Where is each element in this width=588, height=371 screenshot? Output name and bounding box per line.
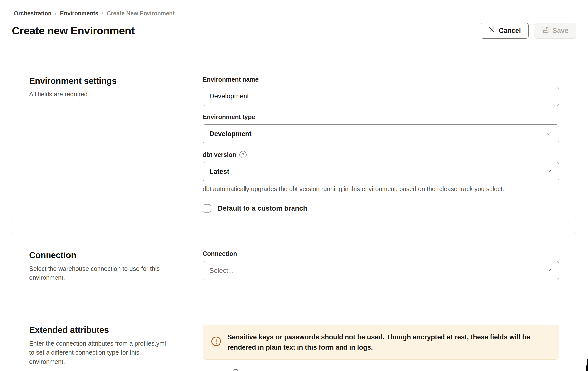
custom-branch-checkbox-row[interactable]: Default to a custom branch xyxy=(203,204,559,213)
header-actions: Cancel Save xyxy=(481,23,576,39)
extended-attributes-intro: Extended attributes Enter the connection… xyxy=(29,325,203,366)
environment-type-label: Environment type xyxy=(203,113,559,121)
alert-circle-icon xyxy=(211,336,221,348)
extended-attributes-heading: Extended attributes xyxy=(29,325,193,335)
environment-settings-intro: Environment settings All fields are requ… xyxy=(29,76,203,202)
cancel-button[interactable]: Cancel xyxy=(481,23,529,39)
dbt-version-helper-text: dbt automatically upgrades the dbt versi… xyxy=(203,186,559,193)
close-icon xyxy=(488,26,495,35)
save-button-label: Save xyxy=(553,27,568,35)
save-button[interactable]: Save xyxy=(534,23,576,39)
extended-attributes-subheading: Enter the connection attributes from a p… xyxy=(29,339,168,366)
environment-name-input[interactable] xyxy=(203,87,559,106)
sensitive-keys-warning: Sensitive keys or passwords should not b… xyxy=(203,325,559,360)
environment-settings-heading: Environment settings xyxy=(29,76,193,86)
connection-select[interactable]: Select... xyxy=(203,261,559,280)
breadcrumb-separator: / xyxy=(55,10,57,17)
chevron-down-icon xyxy=(546,267,552,275)
environment-type-value: Development xyxy=(209,130,252,138)
connection-row: Connection Select the warehouse connecti… xyxy=(29,250,559,288)
breadcrumb-item-orchestration[interactable]: Orchestration xyxy=(14,10,51,17)
dbt-version-group: dbt version ? Latest dbt automatically u… xyxy=(203,151,559,193)
breadcrumb-item-environments[interactable]: Environments xyxy=(60,10,98,17)
help-circle-icon[interactable]: ? xyxy=(239,151,247,158)
sensitive-keys-warning-text: Sensitive keys or passwords should not b… xyxy=(227,332,551,352)
connection-intro: Connection Select the warehouse connecti… xyxy=(29,250,203,288)
connection-card: Connection Select the warehouse connecti… xyxy=(12,232,576,371)
extended-attributes-content: Sensitive keys or passwords should not b… xyxy=(203,325,559,366)
custom-branch-label: Default to a custom branch xyxy=(218,204,307,212)
connection-select-group: Connection Select... xyxy=(203,250,559,280)
dbt-version-value: Latest xyxy=(209,168,229,176)
custom-branch-checkbox[interactable] xyxy=(203,204,211,213)
breadcrumb: Orchestration / Environments / Create Ne… xyxy=(0,0,588,17)
environment-type-select[interactable]: Development xyxy=(203,124,559,143)
environment-settings-form: Environment name Environment type Develo… xyxy=(203,76,559,202)
floppy-disk-icon xyxy=(542,26,549,35)
environment-settings-card: Environment settings All fields are requ… xyxy=(12,59,576,219)
cancel-button-label: Cancel xyxy=(499,27,521,35)
page-header: Create new Environment Cancel Save xyxy=(0,17,588,46)
connection-heading: Connection xyxy=(29,250,193,260)
connection-select-placeholder: Select... xyxy=(209,267,234,275)
breadcrumb-item-create-new-environment: Create New Environment xyxy=(107,10,175,17)
connection-select-label: Connection xyxy=(203,250,559,257)
chevron-down-icon xyxy=(546,130,552,138)
dbt-version-select[interactable]: Latest xyxy=(203,162,559,181)
main-content: Environment settings All fields are requ… xyxy=(0,46,588,371)
connection-subheading: Select the warehouse connection to use f… xyxy=(29,264,168,282)
extended-attributes-row: Extended attributes Enter the connection… xyxy=(29,325,559,366)
environment-name-label: Environment name xyxy=(203,76,559,83)
chevron-down-icon xyxy=(546,168,552,176)
page-title: Create new Environment xyxy=(12,25,135,37)
environment-settings-subheading: All fields are required xyxy=(29,90,168,99)
breadcrumb-separator: / xyxy=(102,10,103,17)
environment-type-group: Environment type Development xyxy=(203,113,559,143)
environment-name-group: Environment name xyxy=(203,76,559,106)
dbt-version-label: dbt version ? xyxy=(203,151,559,158)
connection-form: Connection Select... xyxy=(203,250,559,288)
dbt-version-label-text: dbt version xyxy=(203,151,236,158)
